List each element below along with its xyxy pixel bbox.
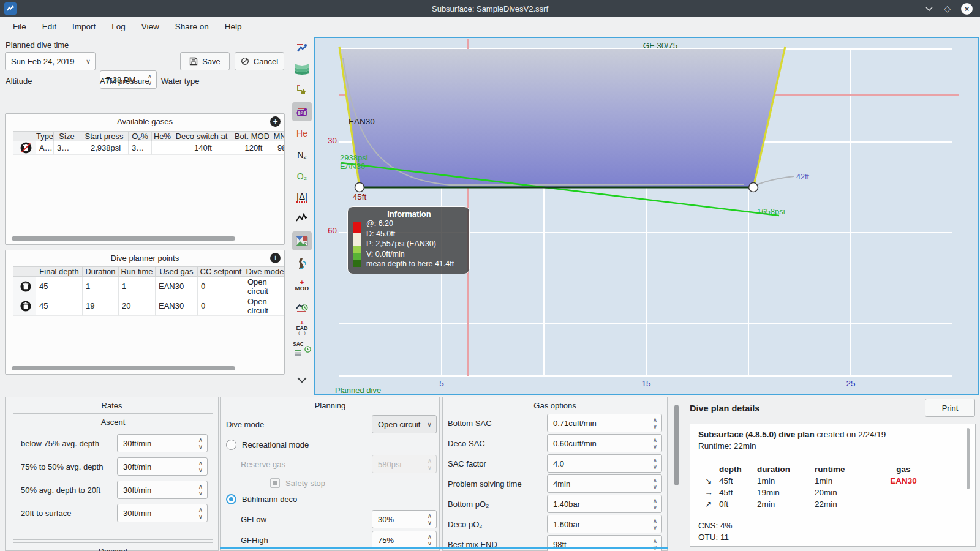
gflow-spinbox[interactable]: 30%∧∨ (372, 510, 437, 528)
col-size[interactable]: Size (54, 131, 80, 141)
ascent-rate-spinbox-3[interactable]: 30ft/min∧∨ (117, 481, 208, 499)
col-cc-setpoint[interactable]: CC setpoint (198, 266, 244, 277)
ascent-rate-spinbox-2[interactable]: 30ft/min∧∨ (117, 457, 208, 476)
plan-runtime: Runtime: 22min (698, 440, 965, 452)
delete-point-cell[interactable] (13, 277, 36, 296)
close-icon[interactable]: × (961, 3, 973, 15)
gas-bot-mod[interactable]: 120ft (230, 141, 274, 155)
gases-horizontal-scrollbar[interactable] (12, 236, 235, 241)
dive-date-combobox[interactable]: Sun Feb 24, 2019∨ (5, 52, 96, 70)
col-o2[interactable]: O₂% (129, 131, 152, 141)
otu-value: OTU: 11 (698, 531, 965, 543)
tissue-delta-button[interactable]: |Δ| (292, 187, 312, 206)
menu-view[interactable]: View (134, 22, 167, 31)
diver-toggle-button[interactable] (292, 39, 312, 58)
cancel-button[interactable]: Cancel (235, 52, 284, 70)
col-run-time[interactable]: Run time (119, 266, 156, 277)
gas-size[interactable]: 3… (54, 141, 80, 155)
chevron-down-icon: ∨ (427, 421, 432, 429)
menu-share-on[interactable]: Share on (167, 22, 217, 31)
col-used-gas[interactable]: Used gas (156, 266, 198, 277)
col-he[interactable]: He% (152, 131, 173, 141)
sac-factor-spinbox[interactable]: 4.0∧∨ (547, 454, 662, 473)
dive-plan-details-title: Dive plan details (690, 403, 760, 413)
gas-name: EAN30 (876, 475, 931, 487)
save-button[interactable]: Save (180, 52, 230, 70)
recreational-mode-radio[interactable]: Recreational mode (226, 440, 439, 450)
delete-gas-cell[interactable] (13, 141, 36, 155)
gas-o2[interactable]: 3… (129, 141, 152, 155)
menu-log[interactable]: Log (104, 22, 134, 31)
add-gas-button[interactable]: + (270, 116, 281, 127)
col-deco-switch[interactable]: Deco switch at (173, 131, 230, 141)
profile-steps-button[interactable] (292, 80, 312, 99)
minimize-icon[interactable] (925, 3, 933, 14)
menu-import[interactable]: Import (64, 22, 104, 31)
nitrogen-toggle-button[interactable]: N₂ (292, 145, 312, 164)
mod-toggle-button[interactable]: + MOD (292, 276, 312, 294)
heartrate-toggle-button[interactable] (292, 209, 312, 228)
buhlmann-deco-radio[interactable]: Bühlmann deco (226, 494, 439, 504)
col-start-press[interactable]: Start press (80, 131, 129, 141)
col-duration[interactable]: Duration (83, 266, 119, 277)
trash-disabled-icon (20, 141, 32, 154)
details-scrollbar[interactable] (967, 428, 970, 489)
gas-type[interactable]: A… (36, 141, 54, 155)
col-type[interactable]: Type (36, 131, 54, 141)
gas-deco-switch[interactable]: 140ft (173, 141, 230, 155)
profile-handle[interactable] (749, 183, 758, 192)
rate-label: 75% to 50% avg. depth (21, 462, 103, 471)
bottom-po2-spinbox[interactable]: 1.40bar∧∨ (547, 495, 662, 513)
profile-steps-icon (295, 83, 309, 97)
add-point-button[interactable]: + (270, 253, 281, 263)
setpoint-clock-button[interactable] (292, 102, 312, 121)
gas-row[interactable]: A… 3… 2,938psi 3… 140ft 120ft 98f (13, 141, 284, 155)
sac-toggle-button[interactable]: SAC (292, 340, 312, 359)
dive-plan-details-box[interactable]: Subsurface (4.8.5.0) dive plan created o… (690, 424, 976, 547)
water-gradient-button[interactable] (292, 59, 312, 78)
photos-toggle-button[interactable] (292, 231, 312, 250)
problem-solving-time-spinbox[interactable]: 4min∧∨ (547, 474, 662, 493)
col-final-depth[interactable]: Final depth (36, 266, 83, 277)
helium-toggle-button[interactable]: He (292, 124, 312, 143)
ead-toggle-button[interactable]: + EAD (...) (292, 318, 312, 337)
planner-point-row[interactable]: 45 19 20 EAN30 0 Open circuit (13, 296, 284, 316)
gas-he[interactable] (152, 141, 173, 155)
dive-mode-combobox[interactable]: Open circuit∨ (372, 415, 437, 433)
ndl-toggle-button[interactable] (292, 297, 312, 316)
water-gradient-icon (295, 62, 309, 75)
deco-po2-spinbox[interactable]: 1.60bar∧∨ (547, 515, 662, 533)
information-tooltip[interactable]: Information @: 6:20 D: 45.0ft P: 2,557ps… (347, 206, 470, 274)
nitrogen-icon: N₂ (297, 150, 307, 160)
ascent-rate-spinbox-1[interactable]: 30ft/min∧∨ (117, 434, 208, 452)
menu-help[interactable]: Help (217, 22, 250, 31)
toolbar-scroll-down-button[interactable] (292, 370, 312, 389)
bottom-sac-spinbox[interactable]: 0.71cuft/min∧∨ (547, 414, 662, 432)
col-bot-mod[interactable]: Bot. MOD (230, 131, 274, 141)
gfhigh-spinbox[interactable]: 75%∧∨ (372, 531, 437, 549)
planner-point-row[interactable]: 45 1 1 EAN30 0 Open circuit (13, 277, 284, 296)
menu-edit[interactable]: Edit (34, 22, 64, 31)
deco-po2-label: Deco pO₂ (448, 520, 482, 529)
col-mnd[interactable]: MN (274, 131, 284, 141)
delete-point-cell[interactable] (13, 296, 36, 316)
plan-segment-row: ↗ 0ft 2min 22min (698, 498, 965, 510)
maximize-icon[interactable]: ◇ (944, 4, 951, 13)
altitude-label: Altitude (6, 77, 32, 86)
ascent-rate-spinbox-4[interactable]: 30ft/min∧∨ (117, 504, 208, 522)
gas-mnd[interactable]: 98f (274, 141, 284, 155)
oxygen-toggle-button[interactable]: O₂ (292, 167, 312, 186)
points-horizontal-scrollbar[interactable] (12, 366, 235, 370)
dive-profile-chart[interactable]: GF 30/75 EAN30 30 60 2938psi EAN30 45ft … (314, 37, 979, 395)
profile-handle[interactable] (355, 183, 364, 192)
cns-value: CNS: 4% (698, 520, 965, 531)
gas-start-press[interactable]: 2,938psi (80, 141, 129, 155)
print-button[interactable]: Print (925, 399, 975, 417)
ceiling-toggle-button[interactable] (292, 253, 312, 272)
deco-sac-spinbox[interactable]: 0.60cuft/min∧∨ (547, 434, 662, 452)
points-table: Final depth Duration Run time Used gas C… (13, 266, 284, 352)
menu-file[interactable]: File (5, 22, 34, 31)
bottom-vertical-scrollbar[interactable] (674, 405, 679, 485)
col-dive-mode[interactable]: Dive mode (244, 266, 284, 277)
rate-label: 20ft to surface (21, 509, 71, 518)
